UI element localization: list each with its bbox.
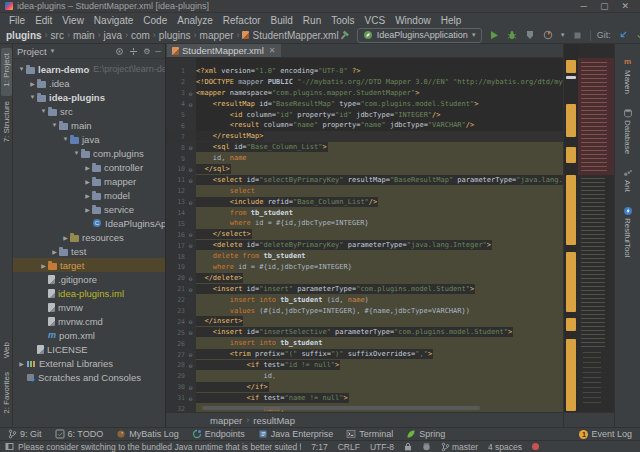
code-line-14[interactable]: 14 from tb_student — [166, 208, 563, 219]
minimize-button[interactable]: ─ — [581, 2, 587, 11]
fold-marker-icon[interactable]: ⊖ — [185, 231, 196, 238]
menu-tools[interactable]: Tools — [326, 15, 359, 26]
toolwindow-button-9-git[interactable]: 9: Git — [8, 429, 42, 439]
collapsed-arrow-icon[interactable]: ▶ — [61, 234, 70, 241]
toolwindow-toggle-icon[interactable] — [5, 442, 14, 451]
fold-marker-icon[interactable]: ⊖ — [185, 395, 196, 402]
fold-marker-icon[interactable]: ⊖ — [185, 318, 196, 325]
menu-edit[interactable]: Edit — [30, 15, 57, 26]
code-line-12[interactable]: 12 select — [166, 186, 563, 197]
toolwindow-button-java-enterprise[interactable]: Java Enterprise — [258, 429, 334, 439]
menu-file[interactable]: File — [4, 15, 30, 26]
tree-item-license[interactable]: LICENSE — [13, 342, 165, 356]
code-line-15[interactable]: 15 where id = #{id,jdbcType=INTEGER} — [166, 218, 563, 229]
inspections-level-icon[interactable] — [422, 442, 431, 451]
code-line-13[interactable]: 13⊖ <include refid="Base_Column_List"/> — [166, 197, 563, 208]
expanded-arrow-icon[interactable]: ▼ — [50, 122, 59, 128]
code-line-17[interactable]: 17⊖ <delete id="deleteByPrimaryKey" para… — [166, 240, 563, 251]
toolwindow-button-ant[interactable]: Ant — [623, 168, 633, 192]
fold-marker-icon[interactable]: ⊖ — [185, 286, 196, 293]
close-tab-icon[interactable]: ✕ — [269, 46, 276, 55]
code-line-6[interactable]: 6 <result column="name" property="name" … — [166, 120, 563, 131]
code-line-3[interactable]: 3⊖<mapper namespace="com.plugins.mapper.… — [166, 88, 563, 99]
tree-item-java[interactable]: ▼java — [13, 132, 165, 146]
code-line-28[interactable]: 28⊖ <if test="id != null"> — [166, 360, 563, 371]
breadcrumb-item[interactable]: com — [131, 30, 150, 41]
tree-item-learn-demo[interactable]: ▼learn-demoE:\project\learn-demo — [13, 62, 165, 76]
update-project-button[interactable] — [617, 29, 629, 41]
settings-gear-icon[interactable]: ⚙ — [143, 47, 150, 56]
profiler-button[interactable] — [542, 29, 554, 41]
fold-marker-icon[interactable]: ⊖ — [185, 101, 196, 108]
line-separator[interactable]: CRLF — [338, 442, 360, 452]
code-line-22[interactable]: 22 insert into tb_student (id, name) — [166, 295, 563, 306]
code-line-8[interactable]: 8⊖ <sql id="Base_Column_List"> — [166, 142, 563, 153]
code-line-21[interactable]: 21⊖ <insert id="insert" parameterType="c… — [166, 284, 563, 295]
run-configuration-select[interactable]: IdeaPluginsApplication ▼ — [357, 28, 482, 43]
code-line-23[interactable]: 23 values (#{id,jdbcType=INTEGER}, #{nam… — [166, 306, 563, 317]
menu-refactor[interactable]: Refactor — [218, 15, 266, 26]
coverage-button[interactable] — [524, 29, 536, 41]
indent-widget[interactable]: 4 spaces — [488, 442, 522, 452]
collapsed-arrow-icon[interactable]: ▶ — [83, 178, 92, 185]
build-button[interactable] — [339, 29, 351, 41]
file-encoding[interactable]: UTF-8 — [370, 442, 394, 452]
toolwindow-button-database[interactable]: Database — [623, 108, 633, 154]
project-panel-title[interactable]: Project — [17, 46, 47, 57]
tree-item-com-plugins[interactable]: ▼com.plugins — [13, 146, 165, 160]
tree-item-pom-xml[interactable]: mpom.xml — [13, 328, 165, 342]
fold-marker-icon[interactable]: ⊖ — [185, 177, 196, 184]
locate-file-button[interactable] — [115, 47, 124, 56]
fold-marker-icon[interactable]: ⊖ — [185, 351, 196, 358]
expanded-arrow-icon[interactable]: ▼ — [28, 94, 37, 100]
expanded-arrow-icon[interactable]: ▼ — [17, 66, 26, 72]
code-line-9[interactable]: 9 id, name — [166, 153, 563, 164]
code-line-29[interactable]: 29 id, — [166, 371, 563, 382]
caret-position[interactable]: 7:17 — [311, 442, 328, 452]
menu-help[interactable]: Help — [436, 15, 467, 26]
fold-marker-icon[interactable]: ⊖ — [185, 144, 196, 151]
tree-item-main[interactable]: ▼main — [13, 118, 165, 132]
code-line-4[interactable]: 4⊖ <resultMap id="BaseResultMap" type="c… — [166, 99, 563, 110]
tree-item-idea-plugins-iml[interactable]: idea-plugins.iml — [13, 286, 165, 300]
menu-view[interactable]: View — [57, 15, 89, 26]
breadcrumb-item[interactable]: mapper — [200, 30, 234, 41]
toolwindow-button-7-structure[interactable]: 7: Structure — [1, 96, 12, 151]
toolwindow-button-1-project[interactable]: 1: Project — [1, 48, 12, 96]
collapsed-arrow-icon[interactable]: ▶ — [39, 262, 48, 269]
breadcrumb-item[interactable]: java — [104, 30, 122, 41]
code-line-25[interactable]: 25⊖ <insert id="insertSelective" paramet… — [166, 327, 563, 338]
code-line-10[interactable]: 10⊖ </sql> — [166, 164, 563, 175]
stop-button[interactable] — [572, 29, 584, 41]
expanded-arrow-icon[interactable]: ▼ — [39, 108, 48, 114]
breadcrumb-item[interactable]: src — [51, 30, 64, 41]
tree-item-target[interactable]: ▶target — [13, 258, 165, 272]
breadcrumb-item[interactable]: plugins — [159, 30, 191, 41]
editor-tab-studentmapper[interactable]: StudentMapper.xml ✕ — [167, 44, 281, 57]
tree-item-mvnw-cmd[interactable]: mvnw.cmd — [13, 314, 165, 328]
tree-item-ideapluginsapplicati[interactable]: CIdeaPluginsApplicati — [13, 216, 165, 230]
fold-marker-icon[interactable]: ⊖ — [185, 90, 196, 97]
tree-item-src[interactable]: ▼src — [13, 104, 165, 118]
fold-marker-icon[interactable]: ⊖ — [185, 384, 196, 391]
menu-run[interactable]: Run — [298, 15, 326, 26]
error-stripe-scrollbar[interactable] — [563, 44, 578, 427]
collapsed-arrow-icon[interactable]: ▶ — [17, 360, 26, 367]
toolwindow-button-mybatis-log[interactable]: MyBatis Log — [116, 429, 179, 439]
fold-marker-icon[interactable]: ⊖ — [185, 362, 196, 369]
collapsed-arrow-icon[interactable]: ▶ — [83, 164, 92, 171]
tree-item-mvnw[interactable]: mvnw — [13, 300, 165, 314]
code-line-7[interactable]: 7 </resultMap> — [166, 131, 563, 142]
menu-window[interactable]: Window — [390, 15, 436, 26]
tree-item--idea[interactable]: ▶.idea — [13, 76, 165, 90]
fold-marker-icon[interactable]: ⊖ — [185, 242, 196, 249]
fold-marker-icon[interactable]: ⊖ — [185, 199, 196, 206]
fold-marker-icon[interactable]: ⊖ — [185, 166, 196, 173]
git-branch-widget[interactable]: master — [441, 442, 478, 452]
tree-item-external-libraries[interactable]: ▶External Libraries — [13, 356, 165, 370]
fold-marker-icon[interactable]: ⊖ — [185, 329, 196, 336]
code-line-31[interactable]: 31⊖ <if test="name != null"> — [166, 393, 563, 404]
tree-item--gitignore[interactable]: .gitignore — [13, 272, 165, 286]
code-editor[interactable]: 1<?xml version="1.0" encoding="UTF-8" ?>… — [166, 58, 563, 412]
breadcrumb-item[interactable]: StudentMapper.xml — [242, 30, 338, 41]
